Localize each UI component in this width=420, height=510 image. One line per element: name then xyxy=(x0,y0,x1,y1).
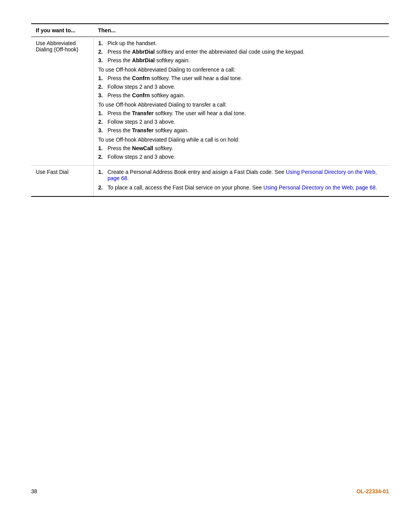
step-number: 2. xyxy=(98,154,106,160)
list-item: 1. Press the Confrn softkey. The user wi… xyxy=(98,75,385,81)
list-item: 2. Press the AbbrDial softkey and enter … xyxy=(98,49,385,55)
step-number: 1. xyxy=(98,40,106,46)
list-item: 3. Press the Confrn softkey again. xyxy=(98,92,385,98)
row2-col1: Use Fast Dial xyxy=(31,166,93,197)
list-item: 1. Create a Personal Address Book entry … xyxy=(98,169,385,181)
step-text: Press the AbbrDial softkey again. xyxy=(108,57,190,63)
fast-dial-steps-list: 1. Create a Personal Address Book entry … xyxy=(98,169,385,191)
page-footer: 38 OL-22334-01 xyxy=(31,488,389,494)
page-number: 38 xyxy=(31,488,37,494)
list-item: 1. Press the Transfer softkey. The user … xyxy=(98,110,385,116)
main-table: If you want to... Then... Use Abbreviate… xyxy=(31,23,389,197)
use-fast-dial-label: Use Fast Dial xyxy=(36,169,68,175)
transfer-intro: To use Off-hook Abbreviated Dialing to t… xyxy=(98,102,385,108)
row2-col2: 1. Create a Personal Address Book entry … xyxy=(93,166,389,197)
step-text: Pick up the handset. xyxy=(108,40,157,46)
step-text: Press the AbbrDial softkey and enter the… xyxy=(108,49,305,55)
table-row: Use Fast Dial 1. Create a Personal Addre… xyxy=(31,166,389,197)
onhold-intro: To use Off-hook Abbreviated Dialing whil… xyxy=(98,137,385,143)
doc-number: OL-22334-01 xyxy=(357,488,389,494)
step-number: 3. xyxy=(98,92,106,98)
link-using-personal-directory-2[interactable]: Using Personal Directory on the Web, pag… xyxy=(263,184,375,191)
step-number: 1. xyxy=(98,145,106,151)
list-item: 1. Pick up the handset. xyxy=(98,40,385,46)
step-number: 1. xyxy=(98,110,106,116)
transfer-steps-list: 1. Press the Transfer softkey. The user … xyxy=(98,110,385,133)
list-item: 2. To place a call, access the Fast Dial… xyxy=(98,184,385,191)
step-text: Follow steps 2 and 3 above. xyxy=(108,84,175,90)
table-row: Use Abbreviated Dialing (Off-hook) 1. Pi… xyxy=(31,37,389,166)
page-container: If you want to... Then... Use Abbreviate… xyxy=(0,0,420,228)
row1-col2: 1. Pick up the handset. 2. Press the Abb… xyxy=(93,37,389,166)
step-number: 3. xyxy=(98,57,106,63)
step-number: 1. xyxy=(98,75,106,81)
list-item: 2. Follow steps 2 and 3 above. xyxy=(98,154,385,160)
col1-header: If you want to... xyxy=(31,24,93,37)
step-text: Press the Confrn softkey again. xyxy=(108,92,185,98)
step-number: 2. xyxy=(98,119,106,125)
list-item: 1. Press the NewCall softkey. xyxy=(98,145,385,151)
use-abbreviated-dialing-label: Use Abbreviated Dialing (Off-hook) xyxy=(36,40,78,53)
onhold-steps-list: 1. Press the NewCall softkey. 2. Follow … xyxy=(98,145,385,160)
list-item: 2. Follow steps 2 and 3 above. xyxy=(98,119,385,125)
step-number: 1. xyxy=(98,169,106,175)
list-item: 3. Press the Transfer softkey again. xyxy=(98,127,385,133)
step-text: Follow steps 2 and 3 above. xyxy=(108,119,175,125)
step-text: Press the Transfer softkey. The user wil… xyxy=(108,110,246,116)
conference-steps-list: 1. Press the Confrn softkey. The user wi… xyxy=(98,75,385,98)
list-item: 2. Follow steps 2 and 3 above. xyxy=(98,84,385,90)
step-text: Press the Confrn softkey. The user will … xyxy=(108,75,243,81)
col2-header: Then... xyxy=(93,24,389,37)
link-using-personal-directory-1[interactable]: Using Personal Directory on the Web, pag… xyxy=(108,169,377,181)
step-number: 2. xyxy=(98,84,106,90)
step-number: 2. xyxy=(98,184,106,191)
step-text: Press the NewCall softkey. xyxy=(108,145,173,151)
step-number: 2. xyxy=(98,49,106,55)
step-text: Create a Personal Address Book entry and… xyxy=(108,169,385,181)
list-item: 3. Press the AbbrDial softkey again. xyxy=(98,57,385,63)
step-text: To place a call, access the Fast Dial se… xyxy=(108,184,377,191)
step-text: Follow steps 2 and 3 above. xyxy=(108,154,175,160)
main-steps-list: 1. Pick up the handset. 2. Press the Abb… xyxy=(98,40,385,63)
conference-intro: To use Off-hook Abbreviated Dialing to c… xyxy=(98,67,385,73)
step-text: Press the Transfer softkey again. xyxy=(108,127,189,133)
row1-col1: Use Abbreviated Dialing (Off-hook) xyxy=(31,37,93,166)
step-number: 3. xyxy=(98,127,106,133)
